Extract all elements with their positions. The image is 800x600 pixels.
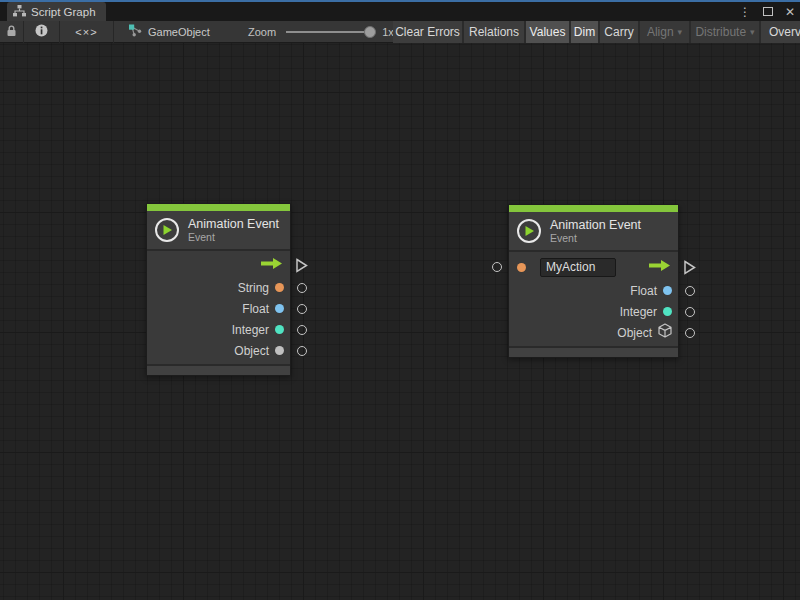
trigger-output-port[interactable]	[295, 258, 308, 277]
node-accent-bar	[147, 204, 290, 211]
node-title: Animation Event	[188, 217, 279, 231]
graph-target[interactable]: GameObject	[128, 21, 210, 43]
node-animation-event-2[interactable]: Animation Event Event Float	[508, 204, 679, 358]
play-event-icon	[155, 218, 179, 242]
node-body: String Float Integer Object	[147, 251, 290, 364]
node-body: Float Integer Object	[509, 252, 678, 346]
play-event-icon	[517, 219, 541, 243]
graph-toolbar: <×> GameObject Zoom 1x Clear Errors	[0, 21, 800, 43]
chevron-down-icon: ▾	[750, 27, 755, 37]
output-port-integer[interactable]	[297, 325, 307, 335]
port-row-float: Float	[147, 298, 290, 319]
node-footer	[147, 366, 290, 375]
port-row-float: Float	[509, 280, 678, 301]
port-row-string: String	[147, 277, 290, 298]
trigger-output-row	[147, 253, 290, 277]
node-subtitle: Event	[550, 232, 641, 244]
lock-button[interactable]	[0, 21, 24, 43]
event-name-input[interactable]	[540, 258, 616, 277]
window-menu-icon[interactable]: ⋮	[739, 6, 751, 18]
zoom-slider[interactable]	[286, 31, 374, 33]
zoom-slider-knob[interactable]	[364, 26, 376, 38]
node-header[interactable]: Animation Event Event	[147, 211, 290, 249]
toolbar-buttons: Clear Errors Relations Values Dim Carry …	[393, 21, 800, 43]
float-type-dot	[275, 304, 284, 313]
output-port-float[interactable]	[297, 304, 307, 314]
port-row-integer: Integer	[509, 301, 678, 322]
port-row-object: Object	[147, 340, 290, 361]
flow-arrow-icon	[259, 256, 284, 274]
overview-button[interactable]: Overview	[761, 21, 800, 43]
relations-button[interactable]: Relations	[464, 21, 524, 43]
chevron-down-icon: ▾	[678, 27, 683, 37]
output-port-object[interactable]	[297, 346, 307, 356]
port-row-integer: Integer	[147, 319, 290, 340]
graph-hierarchy-icon	[13, 3, 26, 21]
node-footer	[509, 348, 678, 357]
graph-target-label: GameObject	[148, 26, 210, 38]
info-button[interactable]	[24, 21, 60, 43]
port-row-object: Object	[509, 322, 678, 343]
output-port-integer[interactable]	[685, 307, 695, 317]
tab-script-graph[interactable]: Script Graph	[7, 2, 106, 21]
zoom-label: Zoom	[248, 26, 276, 38]
event-name-input-row	[509, 254, 678, 280]
script-graph-window: Script Graph ⋮ ✕	[0, 0, 800, 600]
float-type-dot	[663, 286, 672, 295]
input-port-string[interactable]	[492, 262, 502, 272]
maximize-icon[interactable]	[763, 7, 773, 16]
values-button[interactable]: Values	[526, 21, 569, 43]
output-port-string[interactable]	[297, 283, 307, 293]
node-animation-event-1[interactable]: Animation Event Event String Float	[146, 203, 291, 376]
window-controls: ⋮ ✕	[739, 2, 795, 21]
code-preview-button[interactable]: <×>	[60, 21, 114, 43]
trigger-output-port[interactable]	[683, 260, 696, 279]
clear-errors-button[interactable]: Clear Errors	[393, 21, 462, 43]
tab-bar: Script Graph ⋮ ✕	[0, 2, 800, 21]
info-icon	[35, 23, 48, 41]
zoom-value: 1x	[382, 26, 394, 38]
cube-icon	[658, 323, 672, 342]
node-accent-bar	[509, 205, 678, 212]
script-machine-icon	[128, 23, 142, 41]
close-icon[interactable]: ✕	[785, 6, 795, 18]
output-port-object[interactable]	[685, 328, 695, 338]
string-type-dot	[275, 283, 284, 292]
node-header[interactable]: Animation Event Event	[509, 212, 678, 250]
dim-button[interactable]: Dim	[571, 21, 598, 43]
graph-canvas[interactable]: Animation Event Event String Float	[0, 43, 800, 600]
string-type-dot	[517, 263, 526, 272]
node-title: Animation Event	[550, 218, 641, 232]
lock-icon	[6, 23, 17, 41]
zoom-control: Zoom 1x	[248, 21, 394, 43]
align-button[interactable]: Align ▾	[640, 21, 689, 43]
node-subtitle: Event	[188, 231, 279, 243]
integer-type-dot	[275, 325, 284, 334]
code-brackets-icon: <×>	[75, 26, 97, 38]
integer-type-dot	[663, 307, 672, 316]
distribute-button[interactable]: Distribute ▾	[691, 21, 759, 43]
object-type-dot	[275, 346, 284, 355]
carry-button[interactable]: Carry	[600, 21, 638, 43]
tab-title: Script Graph	[31, 6, 96, 18]
flow-arrow-icon	[647, 258, 672, 276]
output-port-float[interactable]	[685, 286, 695, 296]
